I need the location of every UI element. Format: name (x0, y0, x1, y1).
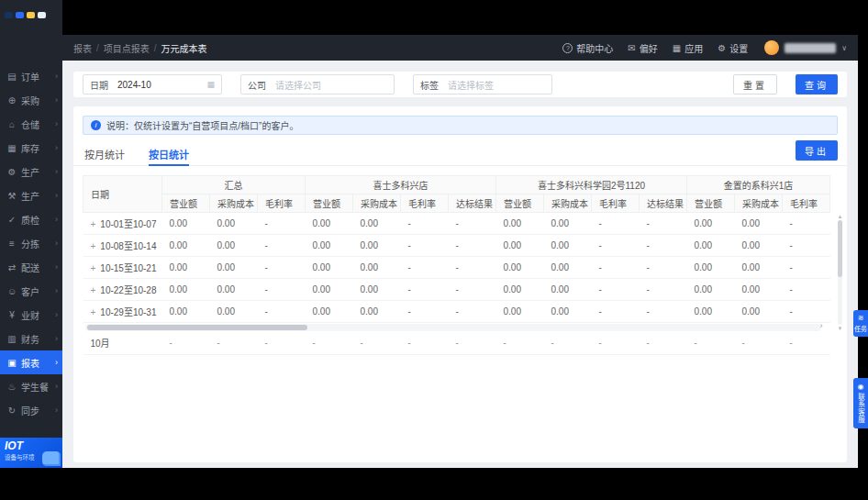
summary-value-cell: - (687, 332, 735, 354)
sidebar-item-label: 业财 (21, 308, 51, 322)
breadcrumb-separator: / (154, 43, 157, 53)
menu-icon: ♨ (6, 382, 17, 392)
expand-icon[interactable]: + (91, 219, 96, 229)
breadcrumb-item[interactable]: 项目点报表 (104, 41, 150, 55)
value-cell: 0.00 (306, 235, 353, 257)
menu-icon: ▦ (6, 143, 17, 153)
value-cell: 0.00 (544, 213, 592, 235)
sidebar-item-12[interactable]: ▣报表› (0, 350, 62, 374)
sidebar-item-9[interactable]: ☺客户› (0, 279, 62, 303)
topbar-action-preferences[interactable]: ✉偏好 (628, 41, 657, 55)
value-cell: - (258, 301, 306, 323)
tasks-widget[interactable]: ≋任务 (853, 310, 868, 337)
sidebar-item-13[interactable]: ♨学生餐› (0, 374, 62, 398)
sidebar-item-14[interactable]: ↻同步› (0, 398, 62, 422)
export-button[interactable]: 导出 (796, 140, 838, 161)
summary-value-cell: - (449, 332, 496, 354)
scroll-up-icon[interactable]: ▲ (838, 214, 843, 219)
tab-0[interactable]: 按月统计 (84, 142, 125, 165)
table-row: +10-15至10-210.000.00-0.000.00--0.000.00-… (83, 257, 830, 279)
avatar (764, 40, 779, 55)
expand-icon[interactable]: + (91, 285, 96, 295)
vertical-scrollbar[interactable]: ▲ ▼ (837, 214, 843, 331)
value-cell: 0.00 (687, 213, 735, 235)
topbar-action-settings[interactable]: ⚙设置 (718, 41, 748, 55)
value-cell: - (592, 257, 640, 279)
iot-panel[interactable]: IOT 设备与环境 (0, 438, 62, 468)
row-label: 10-08至10-14 (100, 241, 156, 251)
menu-icon: ⌂ (6, 119, 17, 129)
sidebar-item-label: 质检 (21, 213, 51, 227)
sidebar-item-10[interactable]: ¥业财› (0, 303, 62, 327)
value-cell: 0.00 (496, 279, 544, 301)
chevron-down-icon: ∨ (841, 44, 847, 52)
chevron-right-icon: › (55, 310, 58, 319)
sidebar-item-8[interactable]: ⇄配送› (0, 255, 62, 279)
help-center-icon: ? (562, 43, 573, 53)
sidebar-item-1[interactable]: ⊕采购› (0, 88, 62, 112)
sidebar-item-0[interactable]: ▤订单› (0, 64, 62, 88)
value-cell: 0.00 (544, 301, 592, 323)
topbar-action-help-center[interactable]: ?帮助中心 (562, 41, 613, 55)
sidebar-item-11[interactable]: ▥财务› (0, 327, 62, 350)
company-filter-label: 公司 (248, 78, 266, 92)
search-button[interactable]: 查询 (796, 74, 838, 94)
sidebar-item-3[interactable]: ▦库存› (0, 136, 62, 160)
scroll-down-icon[interactable]: ▼ (838, 326, 843, 331)
group-header: 喜士多科兴科学园2号1120 (496, 176, 687, 194)
sidebar-item-4[interactable]: ⚙生产› (0, 160, 62, 183)
sidebar-item-2[interactable]: ⌂仓储› (0, 112, 62, 136)
date-filter[interactable]: 日期 2024-10 ▦ (83, 74, 222, 94)
value-cell: - (640, 257, 687, 279)
value-cell: 0.00 (735, 279, 783, 301)
user-menu[interactable]: ∨ (764, 40, 847, 55)
chevron-right-icon: › (55, 143, 58, 152)
tag-filter-label: 标签 (420, 78, 439, 92)
vertical-scroll-thumb[interactable] (838, 220, 842, 277)
value-cell: - (258, 279, 306, 301)
value-cell: - (783, 213, 830, 235)
sidebar-item-label: 学生餐 (21, 380, 51, 394)
sidebar-item-6[interactable]: ✓质检› (0, 207, 62, 231)
sidebar-item-label: 分拣 (21, 237, 51, 250)
value-cell: - (258, 213, 306, 235)
value-cell: - (592, 213, 640, 235)
value-cell: 0.00 (306, 279, 353, 301)
value-cell: 0.00 (544, 235, 592, 257)
settings-icon: ⚙ (718, 43, 726, 53)
row-label-cell: +10-15至10-21 (83, 257, 162, 279)
breadcrumb-item[interactable]: 报表 (73, 41, 92, 55)
row-label: 10-01至10-07 (100, 219, 156, 229)
contact-support-widget[interactable]: ◉联系客服 (853, 378, 868, 428)
company-filter-placeholder: 请选择公司 (275, 78, 387, 92)
sidebar-item-7[interactable]: ≡分拣› (0, 231, 62, 255)
preferences-icon: ✉ (628, 43, 635, 53)
row-label: 10-22至10-28 (100, 285, 156, 295)
chevron-right-icon: › (55, 286, 58, 295)
expand-icon[interactable]: + (91, 263, 96, 273)
menu-icon: ⚙ (6, 167, 17, 177)
column-header: 毛利率 (401, 194, 449, 213)
expand-icon[interactable]: + (91, 241, 96, 251)
tag-filter[interactable]: 标签 请选择标签 (413, 74, 552, 94)
table-sub-row: 营业额采购成本毛利率营业额采购成本毛利率达标结果营业额采购成本毛利率达标结果营业… (83, 194, 830, 213)
topbar-action-label: 应用 (684, 41, 703, 55)
reset-button[interactable]: 重置 (733, 74, 777, 94)
widget-icon: ◉ (858, 383, 864, 391)
value-cell: 0.00 (544, 279, 592, 301)
group-header: 喜士多科兴店 (306, 176, 496, 194)
breadcrumb: 报表/项目点报表/万元成本表 (73, 41, 207, 55)
value-cell: 0.00 (496, 301, 544, 323)
topbar-action-apps[interactable]: ▦应用 (673, 41, 703, 55)
group-header: 金置的系科兴1店 (687, 176, 830, 194)
company-filter[interactable]: 公司 请选择公司 (240, 74, 395, 94)
horizontal-scrollbar[interactable]: ‹ › (85, 324, 821, 331)
expand-icon[interactable]: + (91, 307, 96, 317)
scroll-right-icon[interactable]: › (820, 323, 823, 331)
tab-1[interactable]: 按日统计 (149, 142, 189, 165)
sidebar-item-5[interactable]: ⚒生产› (0, 183, 62, 207)
value-cell: - (592, 301, 640, 323)
value-cell: 0.00 (353, 235, 401, 257)
horizontal-scroll-thumb[interactable] (87, 325, 307, 330)
value-cell: - (449, 235, 496, 257)
